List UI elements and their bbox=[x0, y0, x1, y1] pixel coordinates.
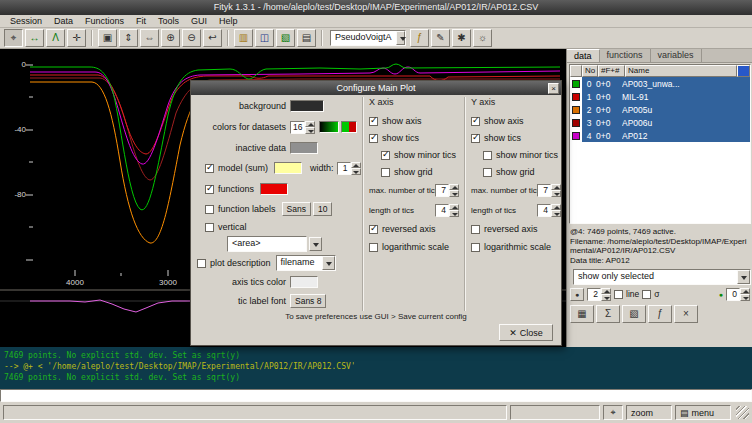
spin-down-icon[interactable] bbox=[551, 190, 561, 197]
script-log-icon[interactable]: ▤ bbox=[297, 29, 316, 47]
x-show-grid-checkbox[interactable] bbox=[381, 168, 390, 177]
command-input[interactable] bbox=[0, 389, 752, 402]
point-style-icon[interactable]: ● bbox=[570, 288, 584, 301]
tab-variables[interactable]: variables bbox=[651, 49, 702, 62]
no-column-header[interactable]: No bbox=[582, 65, 598, 77]
x-log-checkbox[interactable] bbox=[369, 243, 378, 252]
peak-add-mode-icon[interactable]: Λ bbox=[46, 29, 65, 47]
color-swatch-cell[interactable] bbox=[570, 90, 582, 103]
y-show-tics-checkbox[interactable] bbox=[471, 134, 480, 143]
tic-font-button[interactable]: Sans 8 bbox=[290, 294, 326, 308]
spin-down-icon[interactable] bbox=[305, 127, 315, 134]
y-reversed-checkbox[interactable] bbox=[471, 225, 480, 234]
dataset-list-icon[interactable] bbox=[737, 65, 750, 77]
export-image-icon[interactable]: ▧ bbox=[276, 29, 295, 47]
name-column-header[interactable]: Name bbox=[625, 65, 737, 77]
axis-tics-color-swatch[interactable] bbox=[290, 276, 318, 288]
spin-down-icon[interactable] bbox=[601, 294, 611, 301]
menu-session[interactable]: Session bbox=[4, 15, 48, 27]
table-row[interactable]: 0 0+0 AP003_unwa... bbox=[570, 77, 750, 90]
filter-combo[interactable]: show only selected bbox=[573, 269, 751, 285]
line-checkbox[interactable] bbox=[614, 290, 623, 299]
y-log-checkbox[interactable] bbox=[471, 243, 480, 252]
x-max-tics-stepper[interactable]: 7 bbox=[435, 184, 459, 197]
x-reversed-checkbox[interactable] bbox=[369, 225, 378, 234]
tools-icon[interactable]: ✱ bbox=[452, 29, 471, 47]
vertical-checkbox[interactable] bbox=[205, 223, 214, 232]
table-row[interactable]: 2 0+0 AP005u bbox=[570, 103, 750, 116]
close-button[interactable]: ✕ Close bbox=[499, 324, 553, 341]
y-tic-length-stepper[interactable]: 4 bbox=[537, 204, 561, 217]
description-position-combo[interactable]: <area> bbox=[227, 236, 307, 252]
model-width-stepper[interactable]: 1 bbox=[337, 162, 361, 175]
zoom-control[interactable]: zoom bbox=[626, 405, 672, 420]
delete-dataset-icon[interactable]: × bbox=[674, 305, 698, 323]
zoom-mode-icon[interactable]: ⌖ bbox=[4, 29, 23, 47]
x-show-axis-checkbox[interactable] bbox=[369, 117, 378, 126]
label-font-button[interactable]: Sans bbox=[282, 202, 311, 216]
x-tic-length-stepper[interactable]: 4 bbox=[435, 204, 459, 217]
x-show-tics-checkbox[interactable] bbox=[369, 134, 378, 143]
spin-down-icon[interactable] bbox=[351, 168, 361, 175]
color-swatch-cell[interactable] bbox=[570, 77, 582, 90]
y-max-tics-stepper[interactable]: 7 bbox=[537, 184, 561, 197]
table-row[interactable]: 3 0+0 AP006u bbox=[570, 116, 750, 129]
zoom-previous-icon[interactable]: ↩ bbox=[203, 29, 222, 47]
zoom-out-icon[interactable]: ⊖ bbox=[182, 29, 201, 47]
functions-column-header[interactable]: #F+# bbox=[598, 65, 625, 77]
chevron-down-icon[interactable] bbox=[737, 270, 750, 284]
spin-down-icon[interactable] bbox=[551, 210, 561, 217]
menu-data[interactable]: Data bbox=[48, 15, 79, 27]
save-session-icon[interactable]: ◫ bbox=[255, 29, 274, 47]
resize-grip[interactable] bbox=[736, 406, 749, 419]
spin-down-icon[interactable] bbox=[740, 294, 750, 301]
menu-gui[interactable]: GUI bbox=[185, 15, 213, 27]
functions-color-swatch[interactable] bbox=[260, 183, 288, 195]
function-type-combo[interactable]: PseudoVoigtA bbox=[330, 30, 406, 46]
activate-mode-icon[interactable]: ✛ bbox=[67, 29, 86, 47]
zoom-horizontal-icon[interactable]: ⇔ bbox=[140, 29, 159, 47]
color-swatch-cell[interactable] bbox=[570, 103, 582, 116]
new-dataset-icon[interactable]: ▦ bbox=[570, 305, 594, 323]
spin-down-icon[interactable] bbox=[449, 190, 459, 197]
model-checkbox[interactable] bbox=[205, 164, 214, 173]
zoom-in-icon[interactable]: ⊕ bbox=[161, 29, 180, 47]
dataset-colors-gradient-swatch[interactable] bbox=[319, 121, 339, 133]
add-function-icon[interactable]: ƒ bbox=[410, 29, 429, 47]
dataset-colors-range-swatch[interactable] bbox=[341, 121, 357, 133]
background-color-swatch[interactable] bbox=[290, 100, 324, 112]
plot-description-checkbox[interactable] bbox=[197, 259, 206, 268]
menu-help[interactable]: Help bbox=[213, 15, 244, 27]
swatch-column-header[interactable] bbox=[570, 65, 582, 77]
sum-datasets-icon[interactable]: Σ bbox=[596, 305, 620, 323]
spin-down-icon[interactable] bbox=[449, 210, 459, 217]
table-row[interactable]: 4 0+0 AP012 bbox=[570, 129, 750, 142]
position-icon[interactable]: ⌖ bbox=[603, 405, 623, 420]
color-swatch-cell[interactable] bbox=[570, 116, 582, 129]
titlebar[interactable]: Fityk 1.3.1 - /home/aleplo/test/Desktop/… bbox=[0, 0, 752, 15]
menu-tools[interactable]: Tools bbox=[152, 15, 185, 27]
y-show-axis-checkbox[interactable] bbox=[471, 117, 480, 126]
y-show-minor-tics-checkbox[interactable] bbox=[483, 151, 492, 160]
shift-stepper[interactable]: 0 bbox=[726, 288, 750, 301]
plot-style-icon[interactable]: ▧ bbox=[622, 305, 646, 323]
zoom-vertical-icon[interactable]: ⇕ bbox=[119, 29, 138, 47]
function-labels-checkbox[interactable] bbox=[205, 205, 214, 214]
dataset-list[interactable]: No #F+# Name 0 0+0 AP003_unwa... 1 0+0 M… bbox=[569, 64, 751, 224]
output-console[interactable]: 7469 points. No explicit std. dev. Set a… bbox=[0, 347, 752, 389]
sigma-checkbox[interactable] bbox=[642, 290, 651, 299]
edit-function-icon[interactable]: ƒ bbox=[648, 305, 672, 323]
plot-description-combo[interactable]: filename bbox=[276, 255, 336, 271]
model-color-swatch[interactable] bbox=[274, 162, 302, 174]
chevron-down-icon[interactable] bbox=[309, 237, 322, 251]
point-size-stepper[interactable]: 2 bbox=[587, 288, 611, 301]
edit-settings-icon[interactable]: ✎ bbox=[431, 29, 450, 47]
color-swatch-cell[interactable] bbox=[570, 129, 582, 142]
preferences-icon[interactable]: ☼ bbox=[473, 29, 492, 47]
dataset-colors-stepper[interactable]: 16 bbox=[290, 121, 315, 134]
range-mode-icon[interactable]: ↔ bbox=[25, 29, 44, 47]
menu-fit[interactable]: Fit bbox=[130, 15, 152, 27]
dialog-titlebar[interactable]: Configure Main Plot × bbox=[191, 81, 561, 95]
x-show-minor-tics-checkbox[interactable] bbox=[381, 151, 390, 160]
close-icon[interactable]: × bbox=[548, 83, 559, 94]
